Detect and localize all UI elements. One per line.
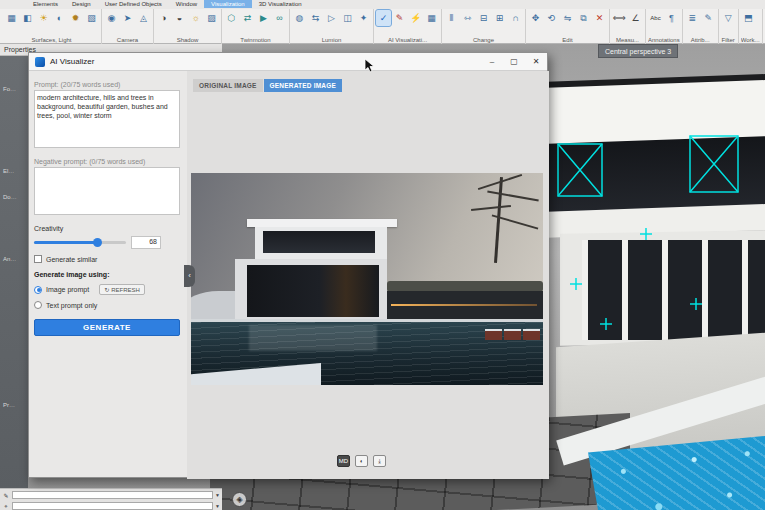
- generate-button[interactable]: GENERATE: [34, 319, 180, 336]
- text-prompt-radio[interactable]: [34, 301, 42, 309]
- column-tool-icon[interactable]: ⫴: [444, 10, 459, 26]
- quick-input-bar: ✎ ▼ ⌖ ▼: [0, 488, 222, 510]
- maximize-button[interactable]: ▢: [503, 53, 525, 70]
- measure-icon[interactable]: ⟺: [612, 10, 627, 26]
- generated-image[interactable]: [191, 173, 543, 385]
- toolbar-group: ◉➤◬Camera: [102, 9, 154, 44]
- minimize-button[interactable]: –: [481, 53, 503, 70]
- delete-icon[interactable]: ✕: [592, 10, 607, 26]
- toolbar-group: Abc¶Annotations: [646, 9, 683, 44]
- lumion-pause-icon[interactable]: ◫: [340, 10, 355, 26]
- ai-edit-icon[interactable]: ✎: [392, 10, 407, 26]
- lumion-export-icon[interactable]: ◍: [292, 10, 307, 26]
- paint-surface-icon[interactable]: ◧: [20, 10, 35, 26]
- twinmotion-link-icon[interactable]: ∞: [272, 10, 287, 26]
- application-window: Central perspective 3 ElementsDesignUser…: [0, 0, 765, 510]
- sun-position-icon[interactable]: ☼: [188, 10, 203, 26]
- pen-set-icon[interactable]: ✎: [701, 10, 716, 26]
- creativity-slider[interactable]: [34, 241, 126, 244]
- refresh-button[interactable]: ↻ REFRESH: [99, 284, 145, 295]
- attributes-icon[interactable]: ≣: [685, 10, 700, 26]
- ai-generate-icon[interactable]: ⚡: [408, 10, 423, 26]
- prompt-textarea[interactable]: modern architecture, hills and trees in …: [34, 90, 180, 148]
- split-icon[interactable]: ⊟: [476, 10, 491, 26]
- intersect-icon[interactable]: ∩: [508, 10, 523, 26]
- twinmotion-export-icon[interactable]: ⬡: [224, 10, 239, 26]
- creativity-slider-handle[interactable]: [93, 238, 102, 247]
- shadow-plane-icon[interactable]: ▨: [204, 10, 219, 26]
- menu-item-user-defined-objects[interactable]: User Defined Objects: [98, 0, 169, 8]
- collapse-panel-button[interactable]: ‹: [184, 265, 195, 287]
- image-prompt-radio[interactable]: [34, 286, 42, 294]
- adjust-icon[interactable]: ⊞: [492, 10, 507, 26]
- surface-catalog-icon[interactable]: ▦: [4, 10, 19, 26]
- light-icon[interactable]: ☀: [36, 10, 51, 26]
- menu-item-design[interactable]: Design: [65, 0, 98, 8]
- toolbar-group-label: Filter: [721, 37, 736, 44]
- chevron-down-icon[interactable]: ▼: [215, 492, 220, 498]
- orientation-compass[interactable]: ◈: [232, 492, 247, 507]
- menu-item-visualization[interactable]: Visualization: [204, 0, 252, 8]
- scene-wing-light-strip: [391, 304, 537, 306]
- camera-icon[interactable]: ◉: [104, 10, 119, 26]
- heliodon-icon[interactable]: ◐: [52, 10, 67, 26]
- building-glass-band: [548, 136, 765, 216]
- properties-panel-collapsed[interactable]: Fo…El…Do…An…Pr…: [0, 56, 28, 490]
- drag-icon[interactable]: ✥: [528, 10, 543, 26]
- negative-prompt-label: Negative prompt: (0/75 words used): [34, 158, 184, 165]
- panel-section-an[interactable]: An…: [3, 256, 16, 262]
- filter-icon[interactable]: ▽: [721, 10, 736, 26]
- toolbar-group: ✓✎⚡▦AI Visualizati...: [374, 9, 442, 44]
- multiply-icon[interactable]: ⧉: [576, 10, 591, 26]
- lumion-star-icon[interactable]: ✦: [356, 10, 371, 26]
- image-info-button[interactable]: ◐: [355, 455, 368, 467]
- workspace-icon[interactable]: ⬒: [741, 10, 756, 26]
- panel-section-pr[interactable]: Pr…: [3, 402, 15, 408]
- stretch-icon[interactable]: ⇿: [460, 10, 475, 26]
- quality-badge-button[interactable]: MD: [337, 455, 350, 467]
- dialog-titlebar[interactable]: AI Visualizer – ▢ ✕: [29, 53, 547, 71]
- text-tool-icon[interactable]: Abc: [648, 10, 663, 26]
- refresh-label: REFRESH: [111, 287, 140, 293]
- twinmotion-play-icon[interactable]: ▶: [256, 10, 271, 26]
- building-glass-doors: [582, 240, 765, 340]
- close-button[interactable]: ✕: [525, 53, 547, 70]
- shadow-on-icon[interactable]: ◑: [156, 10, 171, 26]
- ai-visualizer-icon[interactable]: ✓: [376, 10, 391, 26]
- protractor-icon[interactable]: ∠: [628, 10, 643, 26]
- chevron-down-icon[interactable]: ▼: [215, 503, 220, 509]
- twinmotion-sync-icon[interactable]: ⇄: [240, 10, 255, 26]
- toolbar-group: ⬡⇄▶∞Twinmotion: [222, 9, 290, 44]
- toolbar-group-label: Annotations: [648, 37, 680, 44]
- download-image-button[interactable]: ⤓: [373, 455, 386, 467]
- scene-planters: [485, 329, 540, 340]
- camera-path-icon[interactable]: ➤: [120, 10, 135, 26]
- shadow-settings-icon[interactable]: ◒: [172, 10, 187, 26]
- toolbar-group: ▽Filter: [719, 9, 739, 44]
- tab-original-image[interactable]: ORIGINAL IMAGE: [193, 79, 263, 92]
- panel-section-el[interactable]: El…: [3, 168, 14, 174]
- tab-generated-image[interactable]: GENERATED IMAGE: [264, 79, 342, 92]
- menu-item-window[interactable]: Window: [169, 0, 204, 8]
- panel-section-fo[interactable]: Fo…: [3, 86, 16, 92]
- panel-section-do[interactable]: Do…: [3, 194, 17, 200]
- creativity-value-field[interactable]: 68: [131, 236, 161, 249]
- menu-item-elements[interactable]: Elements: [26, 0, 65, 8]
- label-tool-icon[interactable]: ¶: [664, 10, 679, 26]
- mirror-icon[interactable]: ⇋: [560, 10, 575, 26]
- menu-item-3d-visualization[interactable]: 3D Visualization: [252, 0, 309, 8]
- quick-input-field-2[interactable]: [12, 502, 213, 510]
- lamp-icon[interactable]: ✹: [68, 10, 83, 26]
- toolbar-group-label: Surfaces, Light: [4, 37, 99, 44]
- view-cone-icon[interactable]: ◬: [136, 10, 151, 26]
- negative-prompt-textarea[interactable]: [34, 167, 180, 215]
- lumion-open-icon[interactable]: ▷: [324, 10, 339, 26]
- quick-input-field-1[interactable]: [12, 491, 213, 499]
- render-settings-icon[interactable]: ▧: [84, 10, 99, 26]
- generate-similar-checkbox[interactable]: [34, 255, 42, 263]
- image-action-buttons: MD◐⤓: [337, 455, 386, 467]
- rotate-icon[interactable]: ⟲: [544, 10, 559, 26]
- ai-settings-icon[interactable]: ▦: [424, 10, 439, 26]
- pencil-icon: ✎: [2, 492, 10, 499]
- lumion-livesync-icon[interactable]: ⇆: [308, 10, 323, 26]
